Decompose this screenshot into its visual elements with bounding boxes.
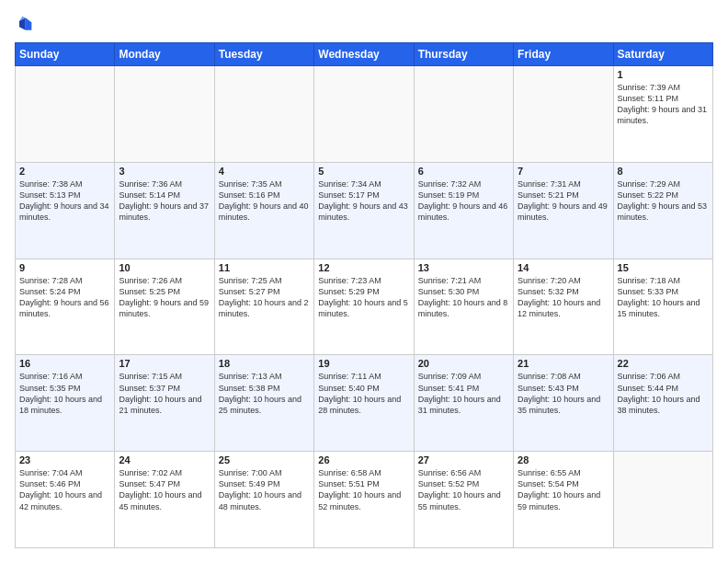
logo <box>15 15 37 33</box>
calendar-cell <box>613 452 712 548</box>
calendar-header-thursday: Thursday <box>414 43 513 66</box>
day-info: Sunrise: 6:55 AMSunset: 5:54 PMDaylight:… <box>518 467 609 512</box>
day-info: Sunrise: 7:00 AMSunset: 5:49 PMDaylight:… <box>219 467 310 512</box>
calendar-cell: 13Sunrise: 7:21 AMSunset: 5:30 PMDayligh… <box>414 259 513 355</box>
day-number: 28 <box>518 454 609 465</box>
day-number: 1 <box>618 69 709 80</box>
day-number: 20 <box>418 358 509 369</box>
day-info: Sunrise: 7:04 AMSunset: 5:46 PMDaylight:… <box>19 467 110 512</box>
calendar-cell: 3Sunrise: 7:36 AMSunset: 5:14 PMDaylight… <box>115 162 214 259</box>
day-number: 18 <box>219 358 310 369</box>
page: SundayMondayTuesdayWednesdayThursdayFrid… <box>0 0 728 563</box>
calendar-cell: 14Sunrise: 7:20 AMSunset: 5:32 PMDayligh… <box>514 259 613 355</box>
calendar-cell: 22Sunrise: 7:06 AMSunset: 5:44 PMDayligh… <box>613 355 712 452</box>
calendar-cell: 26Sunrise: 6:58 AMSunset: 5:51 PMDayligh… <box>314 452 414 548</box>
calendar-cell <box>115 66 214 163</box>
calendar-header-saturday: Saturday <box>613 43 712 66</box>
calendar-cell: 24Sunrise: 7:02 AMSunset: 5:47 PMDayligh… <box>115 452 214 548</box>
day-number: 14 <box>518 262 609 273</box>
calendar-cell: 6Sunrise: 7:32 AMSunset: 5:19 PMDaylight… <box>414 162 513 259</box>
day-info: Sunrise: 7:31 AMSunset: 5:21 PMDaylight:… <box>518 178 609 224</box>
day-info: Sunrise: 7:16 AMSunset: 5:35 PMDaylight:… <box>19 371 110 416</box>
calendar-week-row-1: 2Sunrise: 7:38 AMSunset: 5:13 PMDaylight… <box>16 162 713 259</box>
day-number: 24 <box>119 454 210 465</box>
day-info: Sunrise: 7:15 AMSunset: 5:37 PMDaylight:… <box>119 371 210 416</box>
day-info: Sunrise: 7:32 AMSunset: 5:19 PMDaylight:… <box>418 178 509 224</box>
calendar-header-monday: Monday <box>115 43 214 66</box>
day-number: 25 <box>219 454 310 465</box>
calendar-cell: 5Sunrise: 7:34 AMSunset: 5:17 PMDaylight… <box>314 162 414 259</box>
calendar-cell: 17Sunrise: 7:15 AMSunset: 5:37 PMDayligh… <box>115 355 214 452</box>
day-info: Sunrise: 7:20 AMSunset: 5:32 PMDaylight:… <box>518 275 609 320</box>
calendar-header-wednesday: Wednesday <box>314 43 414 66</box>
day-info: Sunrise: 7:34 AMSunset: 5:17 PMDaylight:… <box>318 178 409 224</box>
day-number: 19 <box>318 358 409 369</box>
day-number: 27 <box>418 454 509 465</box>
day-info: Sunrise: 7:29 AMSunset: 5:22 PMDaylight:… <box>618 178 709 224</box>
calendar-week-row-3: 16Sunrise: 7:16 AMSunset: 5:35 PMDayligh… <box>16 355 713 452</box>
day-number: 6 <box>418 166 509 177</box>
day-number: 4 <box>219 166 310 177</box>
header <box>15 15 713 33</box>
day-info: Sunrise: 7:39 AMSunset: 5:11 PMDaylight:… <box>618 82 709 127</box>
day-info: Sunrise: 6:56 AMSunset: 5:52 PMDaylight:… <box>418 467 509 512</box>
day-number: 13 <box>418 262 509 273</box>
day-number: 21 <box>518 358 609 369</box>
calendar-cell <box>514 66 613 163</box>
day-info: Sunrise: 7:11 AMSunset: 5:40 PMDaylight:… <box>318 371 409 416</box>
svg-marker-0 <box>26 17 32 29</box>
calendar-cell: 21Sunrise: 7:08 AMSunset: 5:43 PMDayligh… <box>514 355 613 452</box>
calendar-header-tuesday: Tuesday <box>214 43 313 66</box>
calendar-cell: 7Sunrise: 7:31 AMSunset: 5:21 PMDaylight… <box>514 162 613 259</box>
day-number: 10 <box>119 262 210 273</box>
day-info: Sunrise: 7:13 AMSunset: 5:38 PMDaylight:… <box>219 371 310 416</box>
calendar-cell: 27Sunrise: 6:56 AMSunset: 5:52 PMDayligh… <box>414 452 513 548</box>
day-number: 3 <box>119 166 210 177</box>
day-number: 12 <box>318 262 409 273</box>
day-number: 2 <box>19 166 110 177</box>
day-info: Sunrise: 7:21 AMSunset: 5:30 PMDaylight:… <box>418 275 509 320</box>
logo-icon <box>15 15 33 33</box>
day-info: Sunrise: 7:08 AMSunset: 5:43 PMDaylight:… <box>518 371 609 416</box>
day-number: 11 <box>219 262 310 273</box>
calendar-table: SundayMondayTuesdayWednesdayThursdayFrid… <box>15 42 713 548</box>
day-info: Sunrise: 7:35 AMSunset: 5:16 PMDaylight:… <box>219 178 310 224</box>
day-number: 17 <box>119 358 210 369</box>
day-number: 8 <box>618 166 709 177</box>
calendar-cell <box>414 66 513 163</box>
calendar-cell: 2Sunrise: 7:38 AMSunset: 5:13 PMDaylight… <box>16 162 115 259</box>
day-number: 23 <box>19 454 110 465</box>
day-info: Sunrise: 6:58 AMSunset: 5:51 PMDaylight:… <box>318 467 409 512</box>
day-info: Sunrise: 7:18 AMSunset: 5:33 PMDaylight:… <box>618 275 709 320</box>
calendar-cell: 16Sunrise: 7:16 AMSunset: 5:35 PMDayligh… <box>16 355 115 452</box>
calendar-cell: 15Sunrise: 7:18 AMSunset: 5:33 PMDayligh… <box>613 259 712 355</box>
calendar-cell: 25Sunrise: 7:00 AMSunset: 5:49 PMDayligh… <box>214 452 313 548</box>
calendar-cell: 8Sunrise: 7:29 AMSunset: 5:22 PMDaylight… <box>613 162 712 259</box>
calendar-header-row: SundayMondayTuesdayWednesdayThursdayFrid… <box>16 43 713 66</box>
calendar-header-friday: Friday <box>514 43 613 66</box>
day-info: Sunrise: 7:09 AMSunset: 5:41 PMDaylight:… <box>418 371 509 416</box>
day-info: Sunrise: 7:38 AMSunset: 5:13 PMDaylight:… <box>19 178 110 224</box>
calendar-cell: 4Sunrise: 7:35 AMSunset: 5:16 PMDaylight… <box>214 162 313 259</box>
day-info: Sunrise: 7:28 AMSunset: 5:24 PMDaylight:… <box>19 275 110 320</box>
calendar-week-row-0: 1Sunrise: 7:39 AMSunset: 5:11 PMDaylight… <box>16 66 713 163</box>
day-number: 5 <box>318 166 409 177</box>
calendar-cell: 20Sunrise: 7:09 AMSunset: 5:41 PMDayligh… <box>414 355 513 452</box>
day-info: Sunrise: 7:02 AMSunset: 5:47 PMDaylight:… <box>119 467 210 512</box>
day-number: 22 <box>618 358 709 369</box>
day-number: 7 <box>518 166 609 177</box>
calendar-week-row-2: 9Sunrise: 7:28 AMSunset: 5:24 PMDaylight… <box>16 259 713 355</box>
calendar-cell <box>214 66 313 163</box>
calendar-cell <box>16 66 115 163</box>
day-info: Sunrise: 7:26 AMSunset: 5:25 PMDaylight:… <box>119 275 210 320</box>
calendar-cell: 19Sunrise: 7:11 AMSunset: 5:40 PMDayligh… <box>314 355 414 452</box>
calendar-header-sunday: Sunday <box>16 43 115 66</box>
calendar-cell: 1Sunrise: 7:39 AMSunset: 5:11 PMDaylight… <box>613 66 712 163</box>
calendar-cell: 11Sunrise: 7:25 AMSunset: 5:27 PMDayligh… <box>214 259 313 355</box>
day-number: 26 <box>318 454 409 465</box>
calendar-week-row-4: 23Sunrise: 7:04 AMSunset: 5:46 PMDayligh… <box>16 452 713 548</box>
calendar-cell: 12Sunrise: 7:23 AMSunset: 5:29 PMDayligh… <box>314 259 414 355</box>
day-info: Sunrise: 7:36 AMSunset: 5:14 PMDaylight:… <box>119 178 210 224</box>
calendar-cell: 9Sunrise: 7:28 AMSunset: 5:24 PMDaylight… <box>16 259 115 355</box>
calendar-cell: 23Sunrise: 7:04 AMSunset: 5:46 PMDayligh… <box>16 452 115 548</box>
